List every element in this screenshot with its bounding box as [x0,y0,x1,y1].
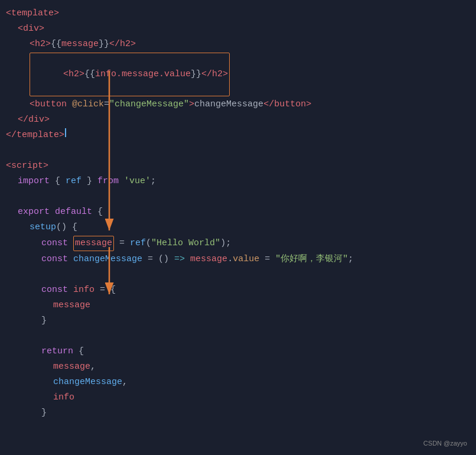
cursor [65,128,66,137]
from-keyword: from [97,174,119,188]
default-keyword: default [55,205,92,219]
close-brace-2: } [41,406,47,420]
tag-script-open: <script> [6,159,48,173]
tag-h2-close-2: </h2> [201,69,228,79]
button-text: changeMessage [194,98,263,112]
click-value: "changeMessage" [109,98,189,112]
line-8 [0,143,476,158]
info-message-highlight-box: <h2>{{info.message.value}}</h2> [30,53,230,96]
space11 [68,283,73,297]
line-20 [0,329,476,344]
line-21: return { [0,344,476,359]
space5: { [92,205,103,219]
line-15: const changeMessage = () => message.valu… [0,252,476,267]
message-box-highlight: message [73,236,114,251]
setup-fn: setup [30,220,56,235]
message-dot-value: message [190,252,227,266]
tag-h2-open: <h2> [30,37,51,51]
tag-h2-close: </h2> [109,37,136,51]
line-14: const message = ref("Hello World"); [0,235,476,252]
ref-import: ref [66,174,81,188]
line-22: message, [0,359,476,375]
line-12: export default { [0,204,476,220]
const-kw-3: const [41,283,68,297]
space4 [50,205,55,219]
paren3: ); [220,236,231,251]
space2: } [81,174,97,188]
return-keyword: return [41,344,73,359]
line-25: } [0,405,476,421]
line-5: <button @click="changeMessage">changeMes… [0,97,476,112]
import-keyword: import [18,174,50,188]
message-prop: message [53,298,90,313]
message-ref: message [61,37,99,51]
mustache-open: {{ [51,37,61,51]
mustache-close: }} [99,37,109,51]
change-message-var: changeMessage [73,252,142,266]
vue-string: 'vue' [124,174,151,188]
tag-button-open: <button [30,98,72,112]
const-kw-2: const [41,252,68,266]
arrow-fn: => [174,252,185,266]
info-ref: info.message.value [95,69,191,79]
mustache-close-2: }} [191,69,201,79]
space9: = () [142,252,174,266]
dot1: . [227,252,233,266]
space1: { [50,174,66,188]
line-19: } [0,313,476,329]
space6 [68,236,73,251]
code-editor: <template> <div> <h2>{{message}}</h2> <h… [0,0,476,427]
const-kw-1: const [41,236,68,251]
click-attr: @click [72,98,104,112]
line-7: </template> [0,128,476,143]
paren1: () { [56,220,77,235]
hello-world: "Hello World" [151,236,220,251]
line-6: </div> [0,112,476,128]
semi1: ; [151,174,156,188]
line-11 [0,189,476,204]
message-const: message [75,238,112,248]
line-9: <script> [0,158,476,174]
line-23: changeMessage, [0,375,476,390]
comma2: , [122,375,128,389]
space10 [185,252,190,266]
line-18: message [0,298,476,313]
line-10: import { ref } from 'vue'; [0,174,476,189]
line-24: info [0,390,476,405]
space3 [119,174,124,188]
export-keyword: export [18,205,50,219]
line-13: setup() { [0,220,476,235]
line-3: <h2>{{message}}</h2> [0,37,476,52]
space13: { [73,344,84,359]
space8 [68,252,73,266]
close-brace-1: } [41,314,47,328]
paren2: ( [146,236,151,251]
value-prop: value [233,252,259,266]
line-4: <h2>{{info.message.value}}</h2> [0,52,476,97]
space12: = { [94,283,116,297]
line-1: <template> [0,6,476,21]
info-const: info [73,283,94,297]
tag-button-close: </button> [263,98,311,112]
space7: = [114,236,130,251]
watermark: CSDN @zayyo [423,438,467,449]
line-16 [0,267,476,282]
tag-div-open: <div> [18,22,44,36]
line-17: const info = { [0,282,476,298]
tag-template-open: <template> [6,6,59,21]
equals: = [104,98,109,112]
line-2: <div> [0,21,476,37]
assign: = [259,252,275,266]
tag-div-close: </div> [18,113,50,127]
change-message-return: changeMessage [53,375,122,389]
mustache-open-2: {{ [84,69,95,79]
semi2: ; [348,252,353,266]
info-return: info [53,391,74,405]
ref-call: ref [130,236,146,251]
tag-template-close: </template> [6,128,64,142]
message-return: message [53,360,90,374]
tag-h2-open-2: <h2> [63,69,84,79]
chinese-str: "你好啊，李银河" [275,252,348,266]
comma1: , [90,360,96,374]
tag-button-close-bracket: > [189,98,194,112]
